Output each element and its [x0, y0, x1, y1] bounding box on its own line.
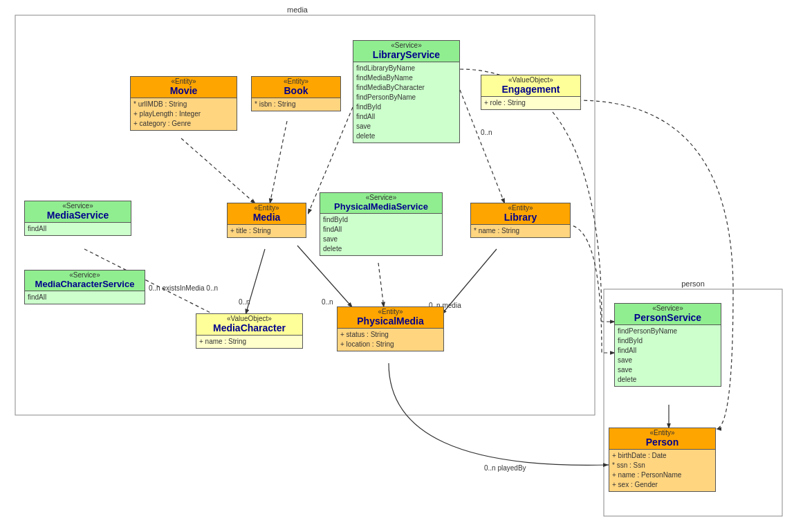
svg-text:0..n playedBy: 0..n playedBy	[484, 464, 526, 472]
person-service-box: «Service» PersonService findPersonByName…	[614, 303, 721, 387]
movie-name: Movie	[131, 85, 237, 98]
pms-name: PhysicalMediaService	[320, 201, 442, 213]
engagement-name: Engagement	[481, 84, 580, 96]
physical-media-box: «Entity» PhysicalMedia + status : String…	[337, 306, 444, 351]
media-service-name: MediaService	[25, 210, 131, 222]
person-name: Person	[609, 437, 715, 449]
ps-stereotype: «Service»	[615, 304, 721, 312]
person-stereotype: «Entity»	[609, 428, 715, 437]
engagement-box: «ValueObject» Engagement + role : String	[481, 75, 581, 110]
media-label: media	[287, 6, 308, 14]
physical-media-service-box: «Service» PhysicalMediaService findById …	[320, 192, 443, 256]
book-stereotype: «Entity»	[252, 77, 340, 85]
diagram-container: media person 0..n existsInMedia 0..n 0..…	[0, 0, 794, 532]
svg-line-4	[181, 138, 256, 204]
media-service-attrs: findAll	[25, 223, 131, 235]
media-character-box: «ValueObject» MediaCharacter + name : St…	[196, 313, 303, 349]
ps-name: PersonService	[615, 312, 721, 324]
svg-text:0..n existsInMedia 0..n: 0..n existsInMedia 0..n	[149, 284, 218, 292]
pm-attrs: + status : String + location : String	[338, 329, 443, 351]
library-service-box: «Service» LibraryService findLibraryByNa…	[353, 40, 460, 143]
library-name: Library	[471, 212, 570, 224]
svg-text:0..n: 0..n	[239, 298, 250, 306]
media-service-box: «Service» MediaService findAll	[24, 201, 131, 236]
mc-attrs: + name : String	[196, 336, 302, 348]
media-service-stereotype: «Service»	[25, 201, 131, 210]
library-attrs: * name : String	[471, 225, 570, 237]
book-attrs: * isbn : String	[252, 98, 340, 111]
svg-text:0..n: 0..n	[322, 298, 333, 306]
library-stereotype: «Entity»	[471, 203, 570, 212]
svg-line-5	[270, 121, 287, 204]
book-name: Book	[252, 85, 340, 98]
pm-name: PhysicalMedia	[338, 315, 443, 328]
svg-line-8	[378, 263, 384, 308]
book-box: «Entity» Book * isbn : String	[251, 76, 341, 111]
mcs-attrs: findAll	[25, 291, 145, 304]
person-box: «Entity» Person + birthDate : Date * ssn…	[609, 428, 716, 492]
ps-attrs: findPersonByName findById findAll save s…	[615, 325, 721, 386]
pms-attrs: findById findAll save delete	[320, 214, 442, 255]
pm-stereotype: «Entity»	[338, 307, 443, 315]
movie-attrs: * urlIMDB : String + playLength : Intege…	[131, 98, 237, 130]
person-attrs: + birthDate : Date * ssn : Ssn + name : …	[609, 450, 715, 491]
svg-line-15	[441, 249, 497, 315]
ls-name: LibraryService	[353, 49, 459, 62]
media-box: «Entity» Media + title : String	[227, 203, 306, 238]
person-label: person	[681, 279, 705, 288]
library-box: «Entity» Library * name : String	[470, 203, 571, 238]
ls-stereotype: «Service»	[353, 41, 459, 49]
pms-stereotype: «Service»	[320, 193, 442, 201]
svg-line-10	[246, 249, 265, 315]
movie-box: «Entity» Movie * urlIMDB : String + play…	[130, 76, 237, 131]
mcs-stereotype: «Service»	[25, 270, 145, 279]
engagement-stereotype: «ValueObject»	[481, 75, 580, 84]
ls-attrs: findLibraryByName findMediaByName findMe…	[353, 62, 459, 143]
svg-text:0..n: 0..n	[481, 129, 492, 136]
media-stereotype: «Entity»	[228, 203, 306, 212]
mcs-name: MediaCharacterService	[25, 279, 145, 291]
media-character-service-box: «Service» MediaCharacterService findAll	[24, 270, 145, 304]
engagement-attrs: + role : String	[481, 97, 580, 109]
mc-stereotype: «ValueObject»	[196, 314, 302, 322]
media-attrs: + title : String	[228, 225, 306, 237]
mc-name: MediaCharacter	[196, 322, 302, 335]
media-name: Media	[228, 212, 306, 224]
movie-stereotype: «Entity»	[131, 77, 237, 85]
